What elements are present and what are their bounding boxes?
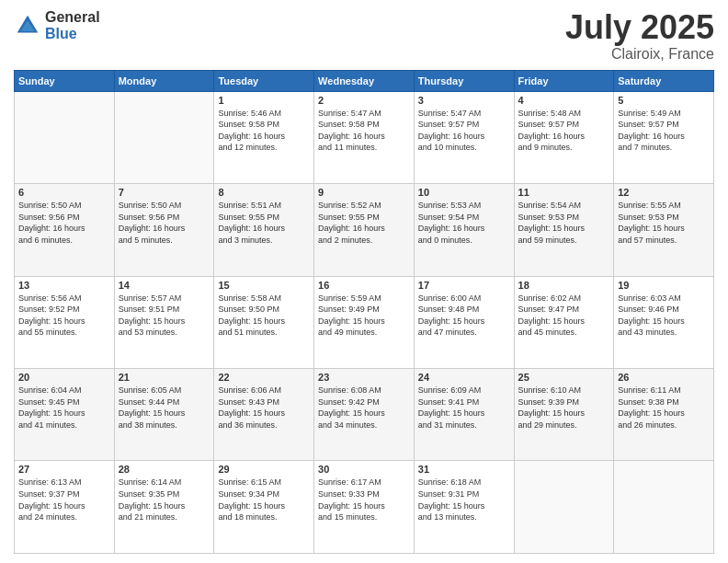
day-info: Sunrise: 6:10 AM Sunset: 9:39 PM Dayligh… [518,385,610,431]
day-info: Sunrise: 5:47 AM Sunset: 9:57 PM Dayligh… [418,108,510,154]
calendar-cell: 25Sunrise: 6:10 AM Sunset: 9:39 PM Dayli… [514,369,614,461]
day-info: Sunrise: 5:57 AM Sunset: 9:51 PM Dayligh… [119,293,210,339]
day-info: Sunrise: 6:17 AM Sunset: 9:33 PM Dayligh… [318,477,410,523]
day-number: 6 [18,187,110,198]
day-info: Sunrise: 5:47 AM Sunset: 9:58 PM Dayligh… [318,108,410,154]
calendar-cell [15,91,115,183]
day-info: Sunrise: 5:55 AM Sunset: 9:53 PM Dayligh… [618,200,710,246]
calendar-week-5: 27Sunrise: 6:13 AM Sunset: 9:37 PM Dayli… [15,461,714,554]
day-info: Sunrise: 5:49 AM Sunset: 9:57 PM Dayligh… [618,108,710,154]
day-number: 5 [618,95,710,106]
day-number: 28 [119,464,210,475]
calendar-cell: 19Sunrise: 6:03 AM Sunset: 9:46 PM Dayli… [614,276,714,368]
calendar-cell: 17Sunrise: 6:00 AM Sunset: 9:48 PM Dayli… [414,276,514,368]
day-number: 19 [618,280,710,291]
day-number: 9 [318,187,410,198]
calendar-table: Sunday Monday Tuesday Wednesday Thursday… [14,70,714,554]
day-info: Sunrise: 6:05 AM Sunset: 9:44 PM Dayligh… [119,385,210,431]
calendar-cell: 31Sunrise: 6:18 AM Sunset: 9:31 PM Dayli… [414,461,514,554]
day-info: Sunrise: 5:56 AM Sunset: 9:52 PM Dayligh… [18,293,110,339]
calendar-cell: 18Sunrise: 6:02 AM Sunset: 9:47 PM Dayli… [514,276,614,368]
col-friday: Friday [514,70,614,91]
calendar-cell: 12Sunrise: 5:55 AM Sunset: 9:53 PM Dayli… [614,184,714,276]
calendar-cell: 7Sunrise: 5:50 AM Sunset: 9:56 PM Daylig… [114,184,214,276]
title-block: July 2025 Clairoix, France [565,9,714,63]
calendar-week-3: 13Sunrise: 5:56 AM Sunset: 9:52 PM Dayli… [15,276,714,368]
day-info: Sunrise: 6:11 AM Sunset: 9:38 PM Dayligh… [618,385,710,431]
day-number: 13 [18,280,110,291]
calendar-cell: 14Sunrise: 5:57 AM Sunset: 9:51 PM Dayli… [114,276,214,368]
day-number: 1 [218,95,310,106]
day-number: 27 [18,464,110,475]
day-info: Sunrise: 5:46 AM Sunset: 9:58 PM Dayligh… [218,108,310,154]
day-info: Sunrise: 6:00 AM Sunset: 9:48 PM Dayligh… [418,293,510,339]
calendar-cell: 6Sunrise: 5:50 AM Sunset: 9:56 PM Daylig… [15,184,115,276]
calendar-cell: 15Sunrise: 5:58 AM Sunset: 9:50 PM Dayli… [214,276,314,368]
calendar-cell: 2Sunrise: 5:47 AM Sunset: 9:58 PM Daylig… [314,91,415,183]
calendar-week-2: 6Sunrise: 5:50 AM Sunset: 9:56 PM Daylig… [15,184,714,276]
day-info: Sunrise: 6:13 AM Sunset: 9:37 PM Dayligh… [18,477,110,523]
day-number: 26 [618,372,710,383]
day-info: Sunrise: 5:50 AM Sunset: 9:56 PM Dayligh… [119,200,210,246]
day-number: 20 [18,372,110,383]
day-info: Sunrise: 6:18 AM Sunset: 9:31 PM Dayligh… [418,477,510,523]
calendar-cell: 9Sunrise: 5:52 AM Sunset: 9:55 PM Daylig… [314,184,415,276]
calendar-week-4: 20Sunrise: 6:04 AM Sunset: 9:45 PM Dayli… [15,369,714,461]
day-number: 31 [418,464,510,475]
day-number: 24 [418,372,510,383]
day-info: Sunrise: 6:09 AM Sunset: 9:41 PM Dayligh… [418,385,510,431]
calendar-week-1: 1Sunrise: 5:46 AM Sunset: 9:58 PM Daylig… [15,91,714,183]
day-info: Sunrise: 5:53 AM Sunset: 9:54 PM Dayligh… [418,200,510,246]
day-number: 21 [119,372,210,383]
calendar-cell: 3Sunrise: 5:47 AM Sunset: 9:57 PM Daylig… [414,91,514,183]
day-info: Sunrise: 6:06 AM Sunset: 9:43 PM Dayligh… [218,385,310,431]
day-info: Sunrise: 6:14 AM Sunset: 9:35 PM Dayligh… [119,477,210,523]
day-info: Sunrise: 6:04 AM Sunset: 9:45 PM Dayligh… [18,385,110,431]
calendar-cell: 28Sunrise: 6:14 AM Sunset: 9:35 PM Dayli… [114,461,214,554]
day-info: Sunrise: 5:58 AM Sunset: 9:50 PM Dayligh… [218,293,310,339]
calendar-cell: 5Sunrise: 5:49 AM Sunset: 9:57 PM Daylig… [614,91,714,183]
calendar-cell [514,461,614,554]
calendar-cell [114,91,214,183]
day-info: Sunrise: 6:03 AM Sunset: 9:46 PM Dayligh… [618,293,710,339]
day-info: Sunrise: 6:08 AM Sunset: 9:42 PM Dayligh… [318,385,410,431]
col-wednesday: Wednesday [314,70,415,91]
day-number: 14 [119,280,210,291]
calendar-cell: 10Sunrise: 5:53 AM Sunset: 9:54 PM Dayli… [414,184,514,276]
day-number: 17 [418,280,510,291]
calendar-cell: 1Sunrise: 5:46 AM Sunset: 9:58 PM Daylig… [214,91,314,183]
calendar-cell: 4Sunrise: 5:48 AM Sunset: 9:57 PM Daylig… [514,91,614,183]
day-number: 12 [618,187,710,198]
day-info: Sunrise: 5:51 AM Sunset: 9:55 PM Dayligh… [218,200,310,246]
calendar-cell: 26Sunrise: 6:11 AM Sunset: 9:38 PM Dayli… [614,369,714,461]
calendar-cell: 20Sunrise: 6:04 AM Sunset: 9:45 PM Dayli… [15,369,115,461]
logo-text: General Blue [45,9,100,41]
day-number: 4 [518,95,610,106]
day-number: 16 [318,280,410,291]
day-info: Sunrise: 5:50 AM Sunset: 9:56 PM Dayligh… [18,200,110,246]
logo-blue: Blue [45,26,100,42]
col-thursday: Thursday [414,70,514,91]
day-number: 25 [518,372,610,383]
calendar-cell: 21Sunrise: 6:05 AM Sunset: 9:44 PM Dayli… [114,369,214,461]
calendar-subtitle: Clairoix, France [565,46,714,63]
calendar-cell: 11Sunrise: 5:54 AM Sunset: 9:53 PM Dayli… [514,184,614,276]
day-number: 29 [218,464,310,475]
day-info: Sunrise: 5:54 AM Sunset: 9:53 PM Dayligh… [518,200,610,246]
calendar-title: July 2025 [565,9,714,46]
col-saturday: Saturday [614,70,714,91]
col-monday: Monday [114,70,214,91]
day-info: Sunrise: 5:52 AM Sunset: 9:55 PM Dayligh… [318,200,410,246]
day-info: Sunrise: 5:48 AM Sunset: 9:57 PM Dayligh… [518,108,610,154]
calendar-cell: 23Sunrise: 6:08 AM Sunset: 9:42 PM Dayli… [314,369,415,461]
calendar-cell: 22Sunrise: 6:06 AM Sunset: 9:43 PM Dayli… [214,369,314,461]
day-number: 7 [119,187,210,198]
header-row: Sunday Monday Tuesday Wednesday Thursday… [15,70,714,91]
day-number: 3 [418,95,510,106]
page: General Blue July 2025 Clairoix, France … [0,0,728,563]
logo: General Blue [14,9,100,41]
calendar-cell: 29Sunrise: 6:15 AM Sunset: 9:34 PM Dayli… [214,461,314,554]
day-number: 30 [318,464,410,475]
calendar-cell: 8Sunrise: 5:51 AM Sunset: 9:55 PM Daylig… [214,184,314,276]
day-number: 10 [418,187,510,198]
